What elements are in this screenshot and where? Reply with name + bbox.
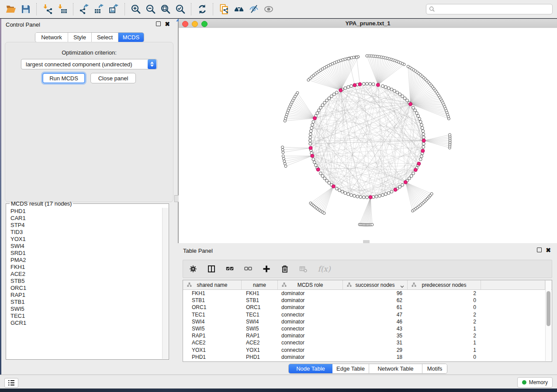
mcds-result-list[interactable]: PHD1CAR1STP4TID3YOX1SWI4SRD1PMA2FKH1ACE2… bbox=[7, 208, 163, 359]
table-row-SWI4[interactable]: SWI4SWI4dominator462 bbox=[183, 318, 552, 325]
mcds-node-item[interactable]: CAR1 bbox=[7, 215, 163, 222]
cell[interactable]: 35 bbox=[343, 333, 408, 339]
cell[interactable]: 96 bbox=[343, 290, 408, 296]
table-row-FKH1[interactable]: FKH1FKH1dominator962 bbox=[183, 290, 552, 297]
mcds-node-item[interactable]: STB1 bbox=[7, 299, 163, 306]
cell[interactable]: 2 bbox=[408, 290, 481, 296]
show-columns-button[interactable] bbox=[207, 264, 216, 274]
zoom-fit-button[interactable] bbox=[158, 3, 173, 16]
mcds-node-item[interactable]: STB5 bbox=[7, 278, 163, 285]
cell[interactable]: SWI4 bbox=[183, 319, 242, 325]
cell[interactable]: 1 bbox=[408, 326, 481, 332]
cell[interactable]: 0 bbox=[408, 297, 481, 303]
table-row-YOX1[interactable]: YOX1YOX1connector291 bbox=[183, 347, 552, 354]
table-scrollbar-thumb[interactable] bbox=[547, 291, 550, 326]
cell[interactable]: 1 bbox=[408, 340, 481, 346]
mcds-node-item[interactable]: SWI4 bbox=[7, 243, 163, 250]
table-row-PHD1[interactable]: PHD1PHD1dominator180 bbox=[183, 354, 552, 361]
mcds-node-item[interactable]: TID3 bbox=[7, 229, 163, 236]
cell[interactable]: ORC1 bbox=[242, 304, 278, 310]
cell[interactable]: dominator bbox=[278, 333, 343, 339]
mcds-node-item[interactable]: FKH1 bbox=[7, 264, 163, 271]
cell[interactable]: SWI5 bbox=[183, 326, 242, 332]
import-network-button[interactable] bbox=[40, 3, 55, 16]
table-row-STB1[interactable]: STB1STB1dominator620 bbox=[183, 297, 552, 304]
zoom-in-button[interactable] bbox=[128, 3, 143, 16]
search-box[interactable] bbox=[426, 4, 553, 14]
cell[interactable]: ACE2 bbox=[183, 340, 242, 346]
open-file-button[interactable] bbox=[3, 3, 18, 16]
show-all-button[interactable] bbox=[261, 3, 276, 16]
cell[interactable]: dominator bbox=[278, 304, 343, 310]
cell[interactable]: ORC1 bbox=[183, 304, 242, 310]
cell[interactable]: PHD1 bbox=[183, 354, 242, 360]
unselect-all-button[interactable] bbox=[243, 264, 253, 274]
search-input[interactable] bbox=[437, 6, 550, 13]
float-panel-icon[interactable] bbox=[156, 21, 161, 26]
column-header-predecessor-nodes[interactable]: predecessor nodes bbox=[408, 280, 481, 289]
export-table-button[interactable] bbox=[92, 3, 107, 16]
mcds-node-item[interactable]: PMA2 bbox=[7, 257, 163, 264]
new-network-from-selection-button[interactable] bbox=[217, 3, 232, 16]
cell[interactable]: dominator bbox=[278, 354, 343, 360]
tab-node-table[interactable]: Node Table bbox=[289, 364, 332, 373]
cell[interactable]: 0 bbox=[408, 304, 481, 310]
float-table-panel-icon[interactable] bbox=[537, 248, 542, 252]
cell[interactable]: connector bbox=[278, 326, 343, 332]
export-image-button[interactable] bbox=[107, 3, 121, 16]
cell[interactable]: 62 bbox=[343, 297, 408, 303]
cell[interactable]: connector bbox=[278, 340, 343, 346]
cell[interactable]: 43 bbox=[343, 326, 408, 332]
cell[interactable]: SWI4 bbox=[242, 319, 278, 325]
select-all-button[interactable] bbox=[225, 264, 235, 274]
cell[interactable]: ACE2 bbox=[242, 340, 278, 346]
mcds-list-scrollbar[interactable] bbox=[162, 208, 168, 359]
mcds-node-item[interactable]: RAP1 bbox=[7, 292, 163, 299]
cell[interactable]: YOX1 bbox=[242, 347, 278, 353]
zoom-selected-button[interactable] bbox=[173, 3, 188, 16]
cell[interactable]: dominator bbox=[278, 297, 343, 303]
cell[interactable]: 31 bbox=[343, 340, 408, 346]
mcds-node-item[interactable]: ACE2 bbox=[7, 271, 163, 278]
cell[interactable]: RAP1 bbox=[242, 333, 278, 339]
mcds-node-item[interactable]: ORC1 bbox=[7, 285, 163, 292]
close-table-panel-icon[interactable]: ✖ bbox=[546, 248, 551, 252]
cell[interactable]: TEC1 bbox=[242, 312, 278, 318]
mcds-node-item[interactable]: SRD1 bbox=[7, 250, 163, 257]
cell[interactable]: 2 bbox=[408, 319, 481, 325]
zoom-out-button[interactable] bbox=[143, 3, 158, 16]
cell[interactable]: STB1 bbox=[242, 297, 278, 303]
first-neighbors-button[interactable] bbox=[232, 3, 246, 16]
mcds-node-item[interactable]: GCR1 bbox=[7, 320, 163, 327]
cell[interactable]: PHD1 bbox=[242, 354, 278, 360]
column-header-successor-nodes[interactable]: successor nodes bbox=[343, 280, 408, 289]
cell[interactable]: 47 bbox=[343, 312, 408, 318]
cell[interactable]: connector bbox=[278, 347, 343, 353]
cell[interactable]: connector bbox=[278, 312, 343, 318]
cell[interactable]: 61 bbox=[343, 304, 408, 310]
mcds-node-item[interactable]: PHD1 bbox=[7, 208, 163, 215]
new-column-button[interactable] bbox=[262, 264, 271, 274]
column-header-name[interactable]: name bbox=[242, 280, 278, 289]
cell[interactable]: SWI5 bbox=[242, 326, 278, 332]
cell[interactable]: 18 bbox=[343, 354, 408, 360]
cell[interactable]: dominator bbox=[278, 290, 343, 296]
export-network-button[interactable] bbox=[77, 3, 92, 16]
cell[interactable]: TEC1 bbox=[183, 312, 242, 318]
run-mcds-button[interactable]: Run MCDS bbox=[42, 73, 85, 83]
tab-network-table[interactable]: Network Table bbox=[369, 364, 422, 373]
mcds-node-item[interactable]: SWI5 bbox=[7, 306, 163, 313]
tab-style[interactable]: Style bbox=[68, 33, 92, 42]
apply-layout-button[interactable] bbox=[195, 3, 210, 16]
save-session-button[interactable] bbox=[18, 3, 33, 16]
table-row-RAP1[interactable]: RAP1RAP1dominator352 bbox=[183, 332, 552, 339]
hide-selected-button[interactable] bbox=[246, 3, 261, 16]
close-panel-button[interactable]: Close panel bbox=[90, 73, 136, 83]
table-scrollbar[interactable] bbox=[545, 281, 551, 361]
optimization-select[interactable]: largest connected component (undirected) bbox=[21, 59, 157, 69]
table-row-ORC1[interactable]: ORC1ORC1dominator610 bbox=[183, 304, 552, 311]
column-header-shared-name[interactable]: shared name bbox=[183, 280, 242, 289]
cell[interactable]: RAP1 bbox=[183, 333, 242, 339]
table-row-ACE2[interactable]: ACE2ACE2connector311 bbox=[183, 339, 552, 346]
close-panel-icon[interactable]: ✖ bbox=[165, 22, 170, 26]
